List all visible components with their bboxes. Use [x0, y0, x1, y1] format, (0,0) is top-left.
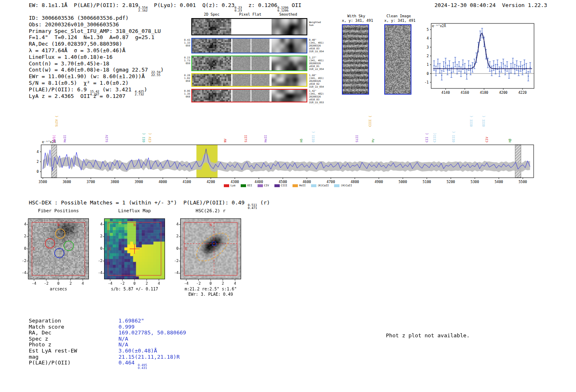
lineflux-map-overlay: NE — [104, 218, 165, 279]
emission-line-label: NV — [223, 138, 227, 142]
info-line: P(LAE)/P(OII): 6.9 15.424.207 (w: 3.421 … — [29, 86, 164, 93]
text-segment: OII — [288, 2, 301, 8]
svg-text:1: 1 — [427, 63, 429, 67]
panel-x-tick-label: 4 — [155, 281, 163, 285]
text-segment: (w: 3.421 — [99, 86, 135, 93]
match-table-value: 21.15(21.11,21.18)R — [118, 354, 180, 360]
svg-text:4900: 4900 — [375, 180, 383, 184]
emission-line-label: OIII { — [452, 131, 455, 142]
panel-x-tick-label: 0 — [55, 281, 62, 285]
match-table-value: N/A — [118, 341, 128, 348]
text-segment: P(LAE)/P(OII): 6.9 — [29, 86, 90, 93]
cutout-smoothed-image — [272, 39, 307, 53]
hsc-r-overlay: NE — [180, 218, 241, 279]
emission-line-label: CIII{ — [433, 133, 437, 142]
cutout-smoothed-image — [272, 74, 307, 86]
panel-y-tick-label: 4 — [94, 222, 102, 226]
legend-label: CIII — [281, 184, 288, 187]
clean-image-title: Clean Image — [384, 14, 413, 19]
fiber-circle-orange — [56, 229, 65, 238]
match-table-row: mag21.15(21.11,21.18)R — [29, 354, 186, 360]
fiber-circle — [35, 256, 45, 266]
stacked-confidence-interval: 4.4252.732 — [135, 90, 144, 96]
info-line: S/N = 8.1(±0.5) χ² = 1.0(±0.2) — [29, 80, 164, 86]
text-segment: λ = 4177.64Å σ = 3.05(±0.46)Å — [29, 47, 125, 53]
fiber-positions-image — [28, 218, 89, 279]
cutout-row — [191, 56, 307, 71]
cutout-row-annotation: WeightedSum — [309, 21, 328, 26]
panel-x-tick-label: -4 — [30, 281, 38, 285]
match-table-row: P(LAE)/P(OII)0.464 0.4950.431 — [29, 360, 186, 366]
legend-label: HeII — [299, 184, 306, 187]
svg-text:4: 4 — [37, 150, 39, 154]
cutout-row-annotation: 1.42"(341, 482)20200326v010_03318_LU_053 — [309, 89, 328, 104]
legend-swatch — [274, 184, 280, 187]
clean-image — [385, 25, 411, 94]
emission-line-label: HeII — [264, 135, 267, 142]
emission-line-label: SiII — [244, 135, 248, 142]
with-sky-image — [343, 25, 368, 94]
svg-text:3900: 3900 — [135, 180, 143, 184]
with-sky-title: With Sky — [342, 14, 371, 19]
emission-line-label: CIV { — [148, 133, 152, 142]
panel-xaxis-label: arcsecs — [28, 287, 89, 291]
compass-east-label: E — [109, 247, 111, 251]
info-line: λ = 4177.64Å σ = 3.05(±0.46)Å — [29, 47, 164, 54]
legend-item: CIII — [274, 184, 288, 187]
emission-line-label: HeII — [63, 135, 67, 142]
stacked-confidence-interval: 0.5110.471 — [248, 204, 257, 209]
match-table-value: 0.464 0.4950.431 — [118, 360, 147, 366]
fiber-circle — [42, 248, 51, 257]
lineflux-caption: s/b: 5.87 +/- 0.117 — [89, 287, 180, 291]
panel-y-tick-label: 2 — [94, 234, 102, 238]
summary-header: EW: 8.1±1.1Å P(LAE)/P(OII): 2.8193.5542.… — [29, 2, 302, 12]
legend-swatch — [334, 184, 339, 187]
svg-text:4000: 4000 — [159, 180, 167, 184]
svg-text:5300: 5300 — [471, 180, 479, 184]
cutout-smoothed-image — [272, 90, 307, 102]
panel-x-tick-label: -2 — [118, 281, 126, 285]
emission-line-label: OVI{ — [52, 135, 56, 142]
panel-x-tick-label: 4 — [79, 281, 86, 285]
column-header-2d-spec: 2D Spec — [192, 12, 231, 16]
cutout-2d-spec-image — [192, 19, 231, 35]
emission-line-label: OIII { — [482, 116, 485, 127]
text-segment: HSC-DEX : Possible Matches = 1 (within +… — [29, 199, 248, 206]
column-header-smoothed: Smoothed — [271, 12, 306, 16]
text-segment: Cont(w) = 4.60(±0.08)e-18 (gmag 22.57 — [29, 67, 151, 73]
cutout-row-annotation: 0.40"(341, 491)20200326v010_03318_LU_054 — [309, 38, 328, 53]
legend-item: CIV — [258, 184, 269, 187]
legend-swatch — [311, 184, 316, 187]
cutout-2d-spec-image — [192, 39, 231, 53]
legend-item: OII — [241, 184, 252, 187]
cutout-2d-spec-image — [192, 56, 231, 70]
text-segment: EWr = 11.00(±1.90) (w: 8.60(±1.20))Å — [29, 73, 145, 79]
svg-text:3800: 3800 — [111, 180, 119, 184]
fiber-cutout-grid: 2D Spec Pixel Flat Smoothed WeightedSum0… — [183, 12, 328, 107]
info-line: Primary Spec_Slot_IFU_AMP: 318_026_078_L… — [29, 28, 164, 35]
aperture-ellipse — [192, 228, 233, 267]
panel-x-tick-label: 2 — [143, 281, 151, 285]
cutout-row — [191, 89, 307, 102]
panel-y-tick-label: 4 — [18, 222, 26, 226]
with-sky-image-frame — [342, 24, 369, 95]
cutout-row — [191, 18, 307, 35]
legend-item: HeII — [293, 184, 306, 187]
panel-x-tick-label: 4 — [231, 281, 239, 285]
panel-y-tick-label: 0 — [94, 246, 102, 251]
cutout-pixel-flat-image — [232, 90, 269, 102]
svg-text:4200: 4200 — [207, 180, 215, 184]
legend-label: OII — [247, 184, 252, 187]
clean-image-panel: Clean Image x, y: 341, 491 — [384, 14, 413, 95]
svg-text:e⁻¹⁷x2Å: e⁻¹⁷x2Å — [432, 23, 446, 28]
with-sky-coords: x, y: 341, 491 — [342, 19, 371, 23]
cutout-2d-spec-image — [192, 74, 231, 86]
text-segment: ) — [144, 86, 147, 93]
panel-y-tick-label: 2 — [170, 234, 179, 238]
info-line: RA,Dec (169.028397,50.880398) — [29, 41, 164, 47]
match-table-value: N/A — [118, 336, 128, 342]
svg-text:4600: 4600 — [303, 180, 311, 184]
match-table-value: 169.027785, 50.880669 — [118, 329, 186, 336]
match-table-row: Match score0.999 — [29, 324, 186, 330]
lineflux-map-image — [104, 218, 165, 279]
